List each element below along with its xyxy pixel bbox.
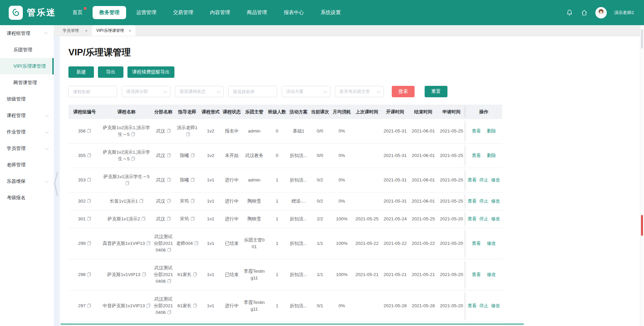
tab[interactable]: 学员管理×: [58, 25, 92, 36]
cell-end: 2021-05-21: [409, 259, 437, 290]
row-action-link[interactable]: 停止: [479, 216, 488, 221]
action-button[interactable]: 导出: [98, 66, 123, 78]
copy-icon[interactable]: [140, 199, 143, 203]
row-action-link[interactable]: 查看: [468, 177, 477, 182]
copy-icon[interactable]: [87, 199, 91, 203]
copy-icon[interactable]: [191, 199, 195, 203]
cell-monthly: 100%: [331, 210, 353, 228]
row-action-link[interactable]: 删除: [487, 128, 496, 133]
filter-input[interactable]: [68, 86, 117, 97]
copy-icon[interactable]: [87, 129, 91, 133]
sidebar-item[interactable]: 学员管理: [0, 140, 54, 157]
copy-icon[interactable]: [167, 217, 171, 221]
action-button[interactable]: 课程续费提醒导出: [127, 66, 174, 78]
copy-icon[interactable]: [191, 153, 195, 157]
nav-item[interactable]: 首页: [66, 6, 89, 19]
row-action-link[interactable]: 查看: [472, 241, 481, 246]
avatar[interactable]: [595, 7, 607, 18]
copy-icon[interactable]: [87, 217, 91, 221]
table-row: 297中音萨克斯1v1VIP13武汉测试分部2021040661家长1v1进行中…: [68, 290, 502, 322]
row-action-link[interactable]: 查看: [472, 128, 481, 133]
nav-item[interactable]: 商品管理: [240, 6, 274, 19]
vertical-scroll-marker[interactable]: [641, 215, 643, 236]
sidebar-item[interactable]: 课程管理: [0, 107, 54, 124]
row-action-link[interactable]: 删除: [487, 153, 496, 158]
copy-icon[interactable]: [193, 272, 197, 276]
row-action-link[interactable]: 修改: [491, 216, 500, 221]
nav-item[interactable]: 运营管理: [129, 6, 163, 19]
copy-icon[interactable]: [193, 304, 197, 308]
row-action-link[interactable]: 修改: [491, 177, 500, 182]
nav-item[interactable]: 内容管理: [203, 6, 237, 19]
copy-icon[interactable]: [167, 199, 171, 203]
sidebar-item[interactable]: 作业管理: [0, 124, 54, 140]
copy-icon[interactable]: [87, 241, 91, 245]
tab-close-icon[interactable]: ×: [85, 29, 88, 33]
copy-icon[interactable]: [87, 153, 91, 157]
sidebar-item[interactable]: 课程组管理: [0, 25, 54, 42]
sidebar-item[interactable]: 老师管理: [0, 157, 54, 173]
sidebar-collapse-handle[interactable]: [53, 169, 59, 199]
copy-icon[interactable]: [195, 241, 198, 245]
copy-icon[interactable]: [191, 217, 195, 221]
filter-select[interactable]: 是否有乐团主管: [335, 86, 384, 97]
row-action-link[interactable]: 修改: [491, 199, 500, 204]
action-button[interactable]: 新建: [68, 66, 94, 78]
copy-icon[interactable]: [87, 304, 91, 308]
home-icon[interactable]: [581, 9, 588, 16]
cell-apply: 2021-05-20: [437, 228, 466, 259]
filter-select[interactable]: 活动方案: [282, 86, 330, 97]
copy-icon[interactable]: [167, 310, 171, 314]
row-action-link[interactable]: 查看: [468, 199, 477, 204]
copy-icon[interactable]: [167, 178, 171, 182]
sidebar-item[interactable]: 网管课管理: [0, 74, 54, 91]
search-button[interactable]: 搜索: [392, 86, 415, 97]
copy-icon[interactable]: [167, 129, 171, 133]
cell-apply: 2021-05-25: [437, 168, 466, 193]
copy-icon[interactable]: [131, 132, 135, 136]
user-name[interactable]: 演示老师2: [614, 10, 634, 16]
row-action-link[interactable]: 修改: [487, 241, 496, 246]
nav-item[interactable]: 系统设置: [314, 6, 347, 19]
tab[interactable]: VIP/乐理课管理×: [92, 25, 136, 36]
row-action-link[interactable]: 停止: [479, 303, 488, 308]
copy-icon[interactable]: [87, 178, 91, 182]
copy-icon[interactable]: [142, 272, 146, 276]
row-action-link[interactable]: 查看: [472, 153, 481, 158]
nav-item[interactable]: 教务管理: [93, 6, 126, 19]
filter-select[interactable]: 请选择分部: [122, 86, 170, 97]
copy-icon[interactable]: [87, 272, 91, 276]
copy-icon[interactable]: [191, 178, 195, 182]
row-action-link[interactable]: 停止: [479, 199, 488, 204]
row-action-link[interactable]: 查看: [472, 272, 481, 277]
copy-icon[interactable]: [167, 153, 171, 157]
row-action-link[interactable]: 修改: [491, 303, 500, 308]
horizontal-scrollbar-thumb[interactable]: [60, 323, 524, 325]
row-action-link[interactable]: 停止: [479, 177, 488, 182]
filter-select[interactable]: 请选课程状态: [175, 86, 224, 97]
row-action-link[interactable]: 查看: [468, 216, 477, 221]
copy-icon[interactable]: [147, 241, 150, 245]
sidebar-item[interactable]: VIP/乐理课管理: [0, 58, 54, 74]
copy-icon[interactable]: [131, 157, 135, 161]
vertical-scrollbar[interactable]: [640, 25, 644, 326]
tab-close-icon[interactable]: ×: [129, 29, 131, 33]
vertical-scrollbar-thumb[interactable]: [641, 29, 643, 49]
row-action-link[interactable]: 修改: [487, 272, 496, 277]
bell-icon[interactable]: [566, 9, 573, 16]
copy-icon[interactable]: [167, 248, 171, 252]
row-action-link[interactable]: 查看: [468, 303, 477, 308]
copy-icon[interactable]: [142, 217, 145, 221]
copy-icon[interactable]: [147, 304, 150, 308]
sidebar-item[interactable]: 考级报名: [0, 189, 54, 206]
reset-button[interactable]: 重置: [425, 86, 447, 97]
copy-icon[interactable]: [186, 132, 190, 136]
nav-item[interactable]: 交易管理: [166, 6, 200, 19]
sidebar-item[interactable]: 乐器维保: [0, 173, 54, 189]
nav-item[interactable]: 报表中心: [277, 6, 311, 19]
sidebar-item[interactable]: 乐团管理: [0, 42, 54, 58]
filter-input[interactable]: [228, 86, 277, 97]
copy-icon[interactable]: [167, 279, 171, 283]
copy-icon[interactable]: [125, 181, 129, 185]
sidebar-item[interactable]: 班级管理: [0, 91, 54, 107]
